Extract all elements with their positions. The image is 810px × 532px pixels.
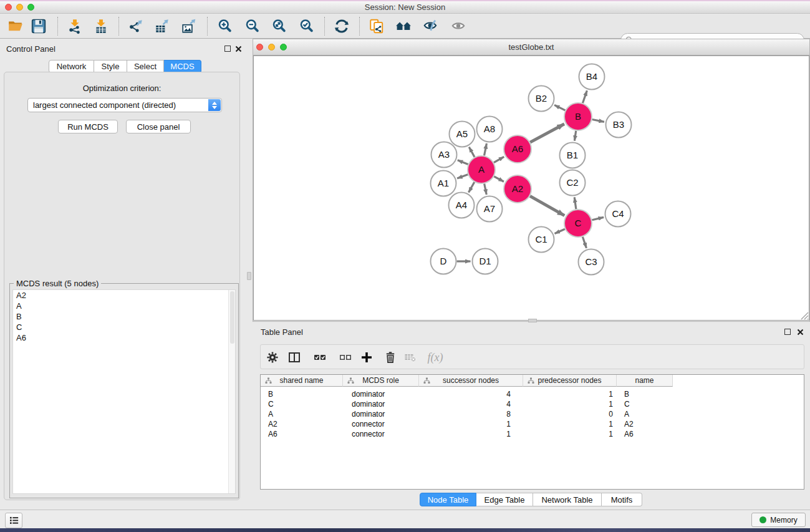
table-row[interactable]: Adominator80A — [261, 409, 673, 419]
graph-edge-A2-C[interactable] — [530, 196, 564, 215]
save-session-button[interactable] — [28, 16, 49, 36]
graph-edge-C-C3[interactable] — [582, 237, 586, 248]
export-table-button[interactable] — [152, 16, 173, 36]
zoom-in-button[interactable] — [215, 16, 236, 36]
result-node-item[interactable]: C — [13, 322, 235, 332]
tab-select[interactable]: Select — [127, 60, 164, 73]
graph-node-A3[interactable]: A3 — [432, 142, 457, 168]
tab-edge-table[interactable]: Edge Table — [476, 493, 533, 506]
graph-node-C2[interactable]: C2 — [560, 170, 586, 196]
graph-node-D1[interactable]: D1 — [473, 249, 498, 274]
result-scrollbar[interactable] — [228, 290, 235, 493]
network-graph[interactable]: B4B2BB3A8A5A6A3B1AC2A1A2A4A7C4CC1C3DD1 — [254, 56, 809, 320]
table-row[interactable]: A6connector11A6 — [261, 429, 673, 439]
duplicate-network-button[interactable] — [366, 16, 387, 36]
open-session-button[interactable] — [5, 16, 26, 36]
result-node-item[interactable]: A6 — [13, 332, 235, 343]
result-node-item[interactable]: A — [13, 301, 235, 311]
column-header-MCDS-role[interactable]: MCDS role — [343, 375, 419, 387]
graph-node-C1[interactable]: C1 — [529, 227, 554, 253]
graph-node-B4[interactable]: B4 — [579, 64, 605, 90]
graph-edge-A-A2[interactable] — [494, 177, 504, 181]
column-header-shared-name[interactable]: shared name — [261, 375, 343, 387]
network-canvas[interactable]: B4B2BB3A8A5A6A3B1AC2A1A2A4A7C4CC1C3DD1 — [253, 56, 809, 321]
float-panel-icon[interactable] — [224, 46, 231, 52]
float-table-panel-icon[interactable] — [784, 329, 791, 335]
export-network-button[interactable] — [125, 16, 147, 36]
column-header-name[interactable]: name — [617, 375, 673, 387]
graph-node-A6[interactable]: A6 — [504, 135, 531, 163]
graph-edge-B-B2[interactable] — [554, 105, 565, 110]
network-minimize-button[interactable] — [268, 44, 275, 51]
hide-selected-button[interactable] — [420, 16, 441, 36]
table-row[interactable]: A2connector11A2 — [261, 419, 673, 429]
table-settings-button[interactable] — [264, 349, 281, 365]
graph-node-A7[interactable]: A7 — [477, 196, 503, 222]
tab-style[interactable]: Style — [94, 60, 127, 73]
close-table-panel-icon[interactable] — [797, 329, 804, 336]
graph-edge-C-C4[interactable] — [592, 217, 604, 220]
delete-columns-button[interactable] — [382, 349, 399, 365]
column-header-successor-nodes[interactable]: successor nodes — [419, 375, 523, 387]
import-table-button[interactable] — [90, 16, 112, 36]
delete-table-button[interactable] — [402, 349, 419, 365]
memory-button[interactable]: Memory — [751, 513, 806, 527]
run-mcds-button[interactable]: Run MCDS — [58, 120, 118, 133]
network-vscrollbar-thumb[interactable] — [247, 272, 251, 280]
result-node-item[interactable]: A2 — [13, 290, 235, 301]
graph-node-B[interactable]: B — [564, 103, 592, 130]
graph-edge-B-B3[interactable] — [592, 120, 604, 122]
graph-node-C[interactable]: C — [564, 210, 592, 237]
graph-edge-A-A7[interactable] — [485, 184, 487, 195]
graph-node-D[interactable]: D — [431, 249, 456, 274]
deselect-all-button[interactable] — [337, 349, 354, 365]
network-zoom-button[interactable] — [280, 44, 287, 51]
task-history-button[interactable] — [5, 513, 22, 528]
add-column-button[interactable] — [358, 349, 375, 365]
graph-edge-A-A1[interactable] — [457, 175, 468, 178]
close-window-button[interactable] — [5, 4, 12, 11]
graph-node-A4[interactable]: A4 — [449, 193, 475, 218]
graph-node-A[interactable]: A — [468, 156, 495, 183]
result-scrollbar-thumb[interactable] — [230, 291, 234, 344]
graph-edge-A-A4[interactable] — [469, 182, 475, 192]
close-panel-button[interactable]: Close panel — [126, 120, 191, 133]
show-all-button[interactable] — [448, 16, 469, 36]
graph-edge-C-C2[interactable] — [574, 197, 576, 209]
graph-edge-A-A8[interactable] — [485, 143, 487, 155]
graph-edge-A-A5[interactable] — [469, 147, 475, 157]
table-row[interactable]: Cdominator41C — [261, 399, 673, 409]
zoom-out-button[interactable] — [242, 16, 263, 36]
tab-mcds[interactable]: MCDS — [164, 60, 201, 73]
tab-network-table[interactable]: Network Table — [533, 493, 602, 506]
graph-node-A5[interactable]: A5 — [450, 122, 475, 147]
graph-node-A2[interactable]: A2 — [504, 175, 531, 203]
manage-columns-button[interactable] — [286, 349, 303, 365]
first-neighbors-button[interactable] — [393, 16, 414, 36]
criterion-select[interactable]: largest connected component (directed) — [27, 98, 222, 112]
graph-edge-A-A6[interactable] — [494, 157, 504, 162]
tab-motifs[interactable]: Motifs — [602, 493, 642, 506]
minimize-window-button[interactable] — [16, 4, 23, 11]
resize-grip-icon[interactable] — [799, 310, 809, 320]
graph-node-A1[interactable]: A1 — [431, 171, 456, 196]
graph-edge-A-A3[interactable] — [458, 160, 468, 165]
network-close-button[interactable] — [256, 44, 263, 51]
graph-node-A8[interactable]: A8 — [477, 117, 503, 142]
function-builder-button[interactable]: f(x) — [424, 349, 446, 365]
zoom-window-button[interactable] — [27, 4, 34, 11]
table-row[interactable]: Bdominator41B — [261, 389, 673, 399]
close-panel-icon[interactable] — [235, 46, 242, 52]
zoom-selected-button[interactable] — [296, 16, 317, 36]
column-header-predecessor-nodes[interactable]: predecessor nodes — [523, 375, 617, 387]
tab-node-table[interactable]: Node Table — [420, 493, 476, 506]
graph-node-B1[interactable]: B1 — [560, 143, 586, 168]
mcds-result-list[interactable]: A2ABCA6 — [12, 289, 236, 494]
tab-network[interactable]: Network — [49, 60, 94, 73]
graph-edge-A6-B[interactable] — [530, 124, 564, 142]
graph-node-B3[interactable]: B3 — [606, 112, 632, 138]
refresh-view-button[interactable] — [331, 16, 352, 36]
graph-edge-B-B1[interactable] — [574, 131, 576, 141]
graph-edge-C-C1[interactable] — [555, 229, 565, 233]
zoom-fit-button[interactable] — [269, 16, 290, 36]
